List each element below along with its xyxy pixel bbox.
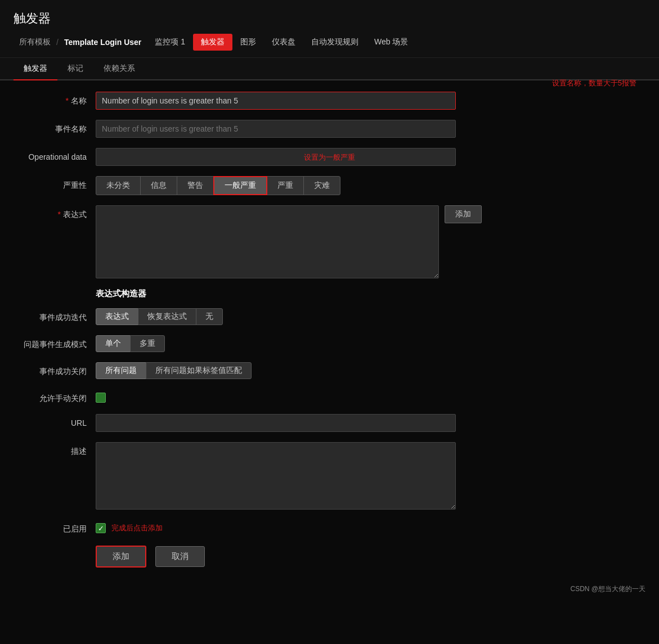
tab-triggers[interactable]: 触发器 — [14, 58, 57, 80]
add-button[interactable]: 添加 — [96, 546, 146, 568]
severity-row: 严重性 未分类 信息 警告 一般严重 严重 灾难 — [23, 176, 636, 195]
operational-data-input[interactable] — [96, 148, 456, 166]
severity-group: 未分类 信息 警告 一般严重 严重 灾难 — [96, 176, 340, 195]
operational-data-annotation: 设置为一般严重 — [304, 153, 355, 161]
severity-unclassified[interactable]: 未分类 — [96, 176, 141, 195]
name-required: * — [66, 96, 69, 105]
nav-autodiscover[interactable]: 自动发现规则 — [303, 34, 366, 51]
operational-data-row: 设置为一般严重 Operational data — [23, 148, 636, 166]
description-label: 描述 — [23, 442, 96, 457]
url-input[interactable] — [96, 414, 456, 432]
allow-manual-close-row: 允许手动关闭 — [23, 389, 636, 404]
problem-event-row: 问题事件生成模式 单个 多重 — [23, 335, 636, 352]
allow-manual-close-checkbox[interactable] — [96, 393, 106, 403]
checkmark-icon: ✓ — [98, 525, 104, 532]
footer: CSDN @想当大佬的一天 — [0, 579, 659, 600]
event-name-input[interactable] — [96, 120, 456, 138]
expression-builder-title: 表达式构造器 — [23, 289, 636, 299]
event-name-label: 事件名称 — [23, 120, 96, 134]
ok-event-none[interactable]: 无 — [196, 308, 223, 325]
ok-event-group: 表达式 恢复表达式 无 — [96, 308, 222, 325]
ok-event-close-row: 事件成功关闭 所有问题 所有问题如果标签值匹配 — [23, 362, 636, 379]
ok-event-close-group: 所有问题 所有问题如果标签值匹配 — [96, 362, 251, 379]
nav-graph[interactable]: 图形 — [232, 34, 264, 51]
nav-trigger[interactable]: 触发器 — [193, 34, 232, 51]
ok-event-label: 事件成功迭代 — [23, 308, 96, 323]
expression-label: *表达式 — [23, 205, 96, 220]
breadcrumb-all-templates[interactable]: 所有模板 — [14, 34, 56, 51]
nav-monitor1[interactable]: 监控项 1 — [147, 34, 193, 51]
nav-web-scene[interactable]: Web 场景 — [366, 34, 416, 51]
expression-textarea[interactable] — [96, 205, 439, 278]
ok-event-close-all[interactable]: 所有问题 — [96, 362, 146, 379]
description-row: 描述 — [23, 442, 636, 510]
ok-event-close-label: 事件成功关闭 — [23, 362, 96, 377]
url-row: URL — [23, 414, 636, 432]
url-label: URL — [23, 414, 96, 427]
nav-dashboard[interactable]: 仪表盘 — [264, 34, 303, 51]
event-name-row: 事件名称 — [23, 120, 636, 138]
ok-event-close-tag-match[interactable]: 所有问题如果标签值匹配 — [146, 362, 252, 379]
sub-tabs: 触发器 标记 依赖关系 — [0, 58, 659, 80]
enabled-label: 已启用 — [23, 520, 96, 534]
severity-disaster[interactable]: 灾难 — [303, 176, 340, 195]
breadcrumb: 所有模板 / Template Login User 监控项 1 触发器 图形 … — [14, 34, 645, 51]
expression-required: * — [58, 210, 61, 219]
page-header: 触发器 所有模板 / Template Login User 监控项 1 触发器… — [0, 0, 659, 58]
main-content: 设置名称，数量大于5报警 *名称 事件名称 设置为一般严重 Operationa… — [0, 80, 659, 579]
severity-information[interactable]: 信息 — [140, 176, 177, 195]
tab-dependencies[interactable]: 依赖关系 — [93, 58, 145, 80]
cancel-button[interactable]: 取消 — [155, 546, 205, 567]
allow-manual-close-checkbox-wrapper — [96, 389, 106, 403]
severity-high[interactable]: 严重 — [267, 176, 304, 195]
operational-data-label: Operational data — [23, 148, 96, 161]
problem-event-group: 单个 多重 — [96, 335, 164, 352]
name-label: *名称 — [23, 92, 96, 106]
problem-event-single[interactable]: 单个 — [96, 335, 131, 352]
add-expression-button[interactable]: 添加 — [445, 205, 482, 223]
footer-text: CSDN @想当大佬的一天 — [570, 585, 645, 593]
name-row: 设置名称，数量大于5报警 *名称 — [23, 92, 636, 110]
expression-row: *表达式 添加 — [23, 205, 636, 278]
page-title: 触发器 — [14, 10, 645, 27]
breadcrumb-template-name[interactable]: Template Login User — [59, 34, 147, 50]
tab-tags[interactable]: 标记 — [57, 58, 93, 80]
description-textarea[interactable] — [96, 442, 456, 510]
severity-warning[interactable]: 警告 — [177, 176, 214, 195]
ok-event-row: 事件成功迭代 表达式 恢复表达式 无 — [23, 308, 636, 325]
severity-average[interactable]: 一般严重 — [213, 176, 267, 195]
problem-event-multiple[interactable]: 多重 — [130, 335, 165, 352]
problem-event-label: 问题事件生成模式 — [23, 335, 96, 350]
allow-manual-close-label: 允许手动关闭 — [23, 389, 96, 404]
enabled-checkbox[interactable]: ✓ — [96, 523, 106, 533]
name-input[interactable] — [96, 92, 456, 110]
enabled-row: 已启用 ✓ 完成后点击添加 — [23, 520, 636, 534]
severity-label: 严重性 — [23, 176, 96, 191]
ok-event-expression[interactable]: 表达式 — [96, 308, 138, 325]
expression-input-wrapper: 添加 — [96, 205, 636, 278]
ok-event-recovery[interactable]: 恢复表达式 — [138, 308, 196, 325]
name-annotation: 设置名称，数量大于5报警 — [552, 79, 636, 87]
bottom-actions: 添加 取消 — [23, 546, 636, 568]
enabled-checkbox-wrapper: ✓ 完成后点击添加 — [96, 520, 163, 533]
enabled-annotation: 完成后点击添加 — [111, 523, 163, 533]
